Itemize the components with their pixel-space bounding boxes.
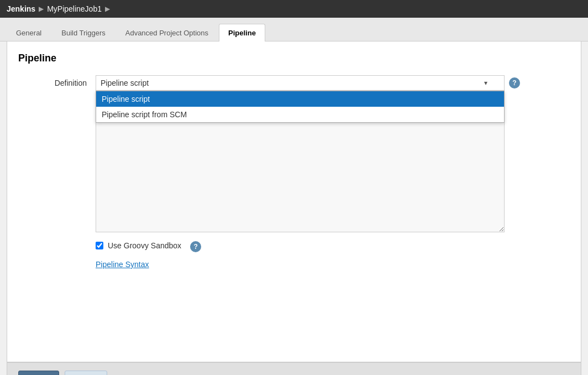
definition-row: Definition Pipeline script ▾ Pipeline sc… bbox=[18, 75, 570, 91]
breadcrumb-chevron-1: ▶ bbox=[39, 5, 44, 13]
apply-button[interactable]: Apply bbox=[65, 371, 107, 375]
select-value: Pipeline script bbox=[101, 79, 149, 87]
option-pipeline-script[interactable]: Pipeline script bbox=[96, 91, 504, 107]
jenkins-link[interactable]: Jenkins bbox=[7, 4, 35, 13]
definition-control: Pipeline script ▾ Pipeline script Pipeli… bbox=[96, 75, 570, 91]
definition-select-wrapper[interactable]: Pipeline script ▾ Pipeline script Pipeli… bbox=[96, 75, 505, 91]
groovy-sandbox-help-icon[interactable]: ? bbox=[190, 241, 201, 252]
content-panel: Pipeline Definition Pipeline script ▾ Pi… bbox=[7, 41, 581, 362]
definition-select-display[interactable]: Pipeline script ▾ bbox=[96, 75, 505, 91]
pipeline-syntax-link[interactable]: Pipeline Syntax bbox=[96, 260, 149, 269]
save-button[interactable]: Save bbox=[18, 371, 59, 375]
chevron-down-icon: ▾ bbox=[484, 79, 487, 87]
footer-buttons: Save Apply bbox=[7, 362, 581, 375]
groovy-sandbox-checkbox[interactable] bbox=[96, 242, 103, 249]
tab-advanced-project-options[interactable]: Advanced Project Options bbox=[116, 24, 218, 41]
job-link[interactable]: MyPipelineJob1 bbox=[47, 4, 102, 13]
tabs-bar: General Build Triggers Advanced Project … bbox=[0, 18, 588, 41]
tab-pipeline[interactable]: Pipeline bbox=[219, 24, 265, 41]
section-title: Pipeline bbox=[18, 53, 570, 64]
definition-label: Definition bbox=[18, 75, 96, 87]
tab-build-triggers[interactable]: Build Triggers bbox=[52, 24, 114, 41]
definition-inline: Pipeline script ▾ Pipeline script Pipeli… bbox=[96, 75, 570, 91]
definition-help-icon[interactable]: ? bbox=[509, 77, 520, 88]
breadcrumb-chevron-2: ▶ bbox=[105, 5, 110, 13]
breadcrumb: Jenkins ▶ MyPipelineJob1 ▶ bbox=[0, 0, 588, 18]
groovy-sandbox-row: Use Groovy Sandbox ? bbox=[96, 239, 570, 252]
option-pipeline-script-scm[interactable]: Pipeline script from SCM bbox=[96, 107, 504, 122]
definition-dropdown-menu[interactable]: Pipeline script Pipeline script from SCM bbox=[96, 91, 505, 123]
groovy-sandbox-label: Use Groovy Sandbox bbox=[108, 241, 181, 250]
tab-general[interactable]: General bbox=[7, 24, 51, 41]
pipeline-syntax-row: Pipeline Syntax bbox=[96, 260, 570, 269]
